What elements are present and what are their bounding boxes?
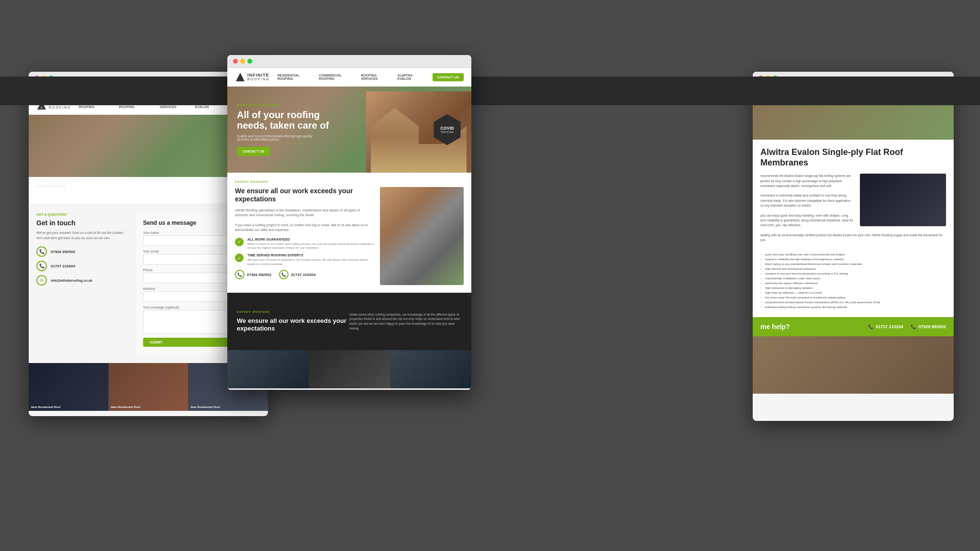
feature1-check: ✓ — [237, 239, 241, 244]
hero2-desc: Unlike some other roofing companies, our… — [349, 312, 462, 331]
hero-subtitle: Quality and local professionals offering… — [237, 134, 323, 141]
hero-contact-btn[interactable]: CONTACT US — [237, 147, 270, 156]
about-section: EXPERT ROOFERS We ensure all our work ex… — [227, 173, 471, 293]
bullet-7: extremely low vapour diffusion resistanc… — [760, 281, 946, 286]
browser-chrome-main — [227, 55, 471, 68]
bullet-12: individual waterproofing membrane system… — [760, 305, 946, 309]
tl-red-main[interactable] — [233, 59, 238, 64]
nav-evalon-main[interactable]: ALWITRA EVALON — [397, 74, 424, 80]
desktop: ⊕✏☆ infiniteroofing.co.uk/contact ∧ INFI… — [0, 0, 980, 551]
email-text: info@infiniteroofing.co.uk — [51, 279, 92, 282]
feature-1: ✓ ALL WORK GUARANTEED When it comes to o… — [235, 238, 374, 250]
help-phones: 📞 01737 210204 📞 07926 892502 — [868, 324, 946, 329]
logo-text-sub-left: ROOFING — [49, 106, 71, 109]
logo-text-main: INFINITE — [247, 73, 270, 77]
bullet-11: comprehensive Environmental Product Decl… — [760, 300, 946, 305]
about-title: We ensure all our work exceeds your expe… — [235, 187, 374, 203]
phone1-icon: 📞 — [36, 246, 47, 257]
service-img-2 — [309, 350, 390, 388]
hero-section-2: EXPERT ROOFERS We ensure all our work ex… — [227, 293, 471, 350]
contact-tag: GOT A QUESTION? — [36, 213, 129, 216]
contact-phone2: 📞 01737 210204 — [36, 261, 129, 271]
svg-text:∧: ∧ — [40, 106, 43, 109]
services-grid: 🏠 Residential Roofing We offer a wide ra… — [227, 388, 471, 390]
phone2-circle-icon: 📞 — [279, 270, 289, 279]
hero2-title: We ensure all our work exceeds your expe… — [237, 317, 349, 332]
help-bar: me help? 📞 01737 210204 📞 07926 892502 — [753, 317, 954, 336]
help-phone2: 📞 07926 892502 — [911, 324, 946, 329]
phone-row: 📞 07926 892502 📞 01737 210204 — [235, 270, 374, 279]
feature2-desc: We have over 25 years of expertise in th… — [247, 258, 374, 266]
bullet-5: resistant to root and rhizome penetratio… — [760, 271, 946, 276]
bullet-6: unprobematic installation under wear lay… — [760, 276, 946, 281]
covid-text: COVID TRUSTED — [440, 125, 454, 134]
bullet-4: high thermal and mechanical resistance — [760, 266, 946, 271]
help-phone2-num: 07926 892502 — [918, 324, 946, 329]
service-img-3 — [390, 350, 471, 388]
about-house-image — [380, 187, 464, 285]
tl-yellow-main[interactable] — [240, 59, 245, 64]
phone2-num: 01737 210204 — [291, 273, 315, 277]
logo-text-sub: ROOFING — [247, 77, 270, 81]
covid-trusted: TRUSTED — [440, 131, 454, 134]
bullet-8: high resistance to damaging radiation — [760, 286, 946, 290]
covid-badge: COVID TRUSTED — [432, 114, 463, 145]
contact-title: Get in touch — [36, 219, 129, 227]
evalon-flat-roof-image — [860, 174, 946, 226]
feature2-title: TIME SERVED ROOFING EXPERTS — [247, 253, 374, 257]
about-label: EXPERT ROOFERS — [235, 180, 464, 183]
evalon-title: Alwitra Evalon Single-ply Flat Roof Memb… — [760, 147, 946, 168]
logo-main[interactable]: INFINITE ROOFING — [235, 72, 270, 82]
photo-label-2: New Residential Roof — [111, 406, 140, 408]
email-icon: ✉ — [36, 275, 47, 286]
traffic-lights-main — [233, 59, 252, 64]
feature1-content: ALL WORK GUARANTEED When it comes to our… — [247, 238, 374, 250]
help-text: me help? — [760, 323, 790, 331]
feature2-content: TIME SERVED ROOFING EXPERTS We have over… — [247, 253, 374, 266]
hero-label: ROOFING SERVICES — [237, 103, 462, 107]
phone1-circle-icon: 📞 — [235, 270, 245, 279]
bullet-3: direct laying on any standardised bitumi… — [760, 262, 946, 266]
covid-badge-container: COVID TRUSTED — [432, 114, 463, 145]
evalon-para4: dealing with an environmentally certifie… — [760, 233, 946, 243]
help-phone1-num: 01737 210204 — [876, 324, 903, 329]
contact-tag-bar — [36, 185, 65, 187]
about-desc2: If you have a roofing project in mind, n… — [235, 223, 374, 233]
contact-info: GOT A QUESTION? Get in touch We've got y… — [36, 213, 129, 353]
photo-residential-2: New Residential Roof — [109, 363, 189, 411]
feature1-desc: When it comes to our roofers and roofing… — [247, 242, 374, 250]
wide-browser-bar — [0, 77, 980, 105]
feature2-check: ✓ — [237, 255, 241, 261]
feature1-title: ALL WORK GUARANTEED — [247, 238, 374, 241]
contact-breadcrumb: INFINITE ROOFING — [36, 190, 260, 194]
nav-links-main: RESIDENTIAL ROOFING COMMERCIAL ROOFING R… — [278, 74, 425, 80]
about-desc1: Infinite Roofing specialises in the inst… — [235, 208, 374, 218]
nav-services-main[interactable]: ROOFING SERVICES — [361, 74, 391, 80]
tl-green-main[interactable] — [247, 59, 252, 64]
contact-phone1: 📞 07926 892502 — [36, 246, 129, 257]
contact-email: ✉ info@infiniteroofing.co.uk — [36, 275, 129, 286]
feature-2: ✓ TIME SERVED ROOFING EXPERTS We have ov… — [235, 253, 374, 266]
nav-residential-main[interactable]: RESIDENTIAL ROOFING — [278, 74, 313, 80]
about-row: We ensure all our work exceeds your expe… — [235, 187, 464, 285]
hero2-content: EXPERT ROOFERS We ensure all our work ex… — [237, 310, 349, 332]
nav-commercial-main[interactable]: COMMERCIAL ROOFING — [319, 74, 355, 80]
browser-main: INFINITE ROOFING RESIDENTIAL ROOFING COM… — [227, 55, 471, 390]
help-phone1: 📞 01737 210204 — [868, 324, 903, 329]
evalon-bullets: quick and easy handling even with unconv… — [760, 247, 946, 309]
feature2-icon: ✓ — [235, 253, 244, 262]
evalon-content: Alwitra Evalon Single-ply Flat Roof Memb… — [753, 140, 954, 317]
nav-bar-main: INFINITE ROOFING RESIDENTIAL ROOFING COM… — [227, 68, 471, 87]
bullet-1: quick and easy handling even with unconv… — [760, 252, 946, 257]
browser-evalon: INFINITE ROOFING RESIDENTIAL ROOFING COM… — [753, 72, 954, 421]
phone1-num: 07926 892502 — [247, 273, 271, 277]
phone1-text: 07926 892502 — [51, 250, 75, 254]
feature1-icon: ✓ — [235, 238, 244, 246]
phone-item-1: 📞 07926 892502 — [235, 270, 271, 279]
contact-btn-main[interactable]: CONTACT US — [433, 73, 464, 81]
bullet-10: five times lower fire load compared to d… — [760, 295, 946, 300]
evalon-hero — [753, 101, 954, 140]
phone-item-2: 📞 01737 210204 — [279, 270, 315, 279]
phone2-icon-help: 📞 — [911, 324, 916, 329]
hero-title: All of your roofing needs, taken care of — [237, 110, 333, 131]
